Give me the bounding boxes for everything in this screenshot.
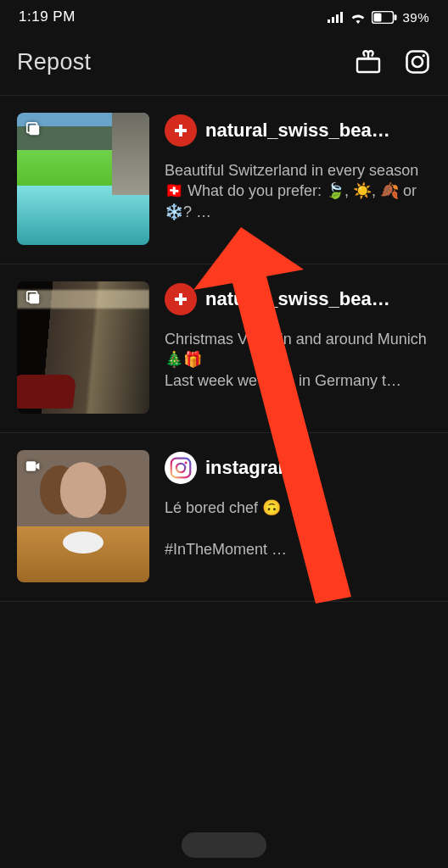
post-item[interactable]: natural_swiss_bea… Beautiful Switzerland… xyxy=(0,96,448,264)
avatar xyxy=(165,283,197,315)
post-meta: natural_swiss_bea… Beautiful Switzerland… xyxy=(165,113,433,245)
post-meta: natural_swiss_bea… Christmas Vibes in an… xyxy=(165,281,433,414)
signal-icon xyxy=(328,11,344,23)
post-caption: Lé bored chef 🙃 #InTheMoment … xyxy=(165,498,433,559)
svg-point-9 xyxy=(412,57,423,67)
svg-rect-6 xyxy=(374,13,382,21)
app-bar-actions xyxy=(355,48,431,75)
wifi-icon xyxy=(350,11,367,24)
svg-rect-8 xyxy=(407,52,428,73)
post-list: natural_swiss_bea… Beautiful Switzerland… xyxy=(0,95,448,602)
svg-rect-11 xyxy=(30,125,40,136)
status-indicators: 39% xyxy=(328,10,429,25)
svg-rect-14 xyxy=(175,129,187,132)
svg-rect-0 xyxy=(328,19,330,23)
svg-rect-18 xyxy=(175,298,187,301)
post-thumbnail[interactable] xyxy=(17,281,149,414)
post-item[interactable]: instagram Lé bored chef 🙃 #InTheMoment … xyxy=(0,433,448,602)
gift-icon xyxy=(356,50,381,74)
svg-rect-5 xyxy=(395,14,397,20)
status-bar: 1:19 PM 39% xyxy=(0,0,448,34)
battery-icon xyxy=(372,11,397,24)
app-bar: Repost xyxy=(0,34,448,95)
avatar xyxy=(165,452,197,484)
post-thumbnail[interactable] xyxy=(17,113,149,245)
post-caption: Christmas Vibes in and around Munich 🎄🎁 … xyxy=(165,329,433,391)
instagram-icon xyxy=(405,49,430,75)
svg-point-22 xyxy=(185,461,188,464)
svg-rect-15 xyxy=(30,294,40,304)
post-caption: Beautiful Switzerland in every season 🇨🇭… xyxy=(165,160,433,222)
carousel-icon xyxy=(25,290,41,305)
avatar xyxy=(165,114,197,147)
svg-rect-2 xyxy=(336,14,339,23)
battery-percent: 39% xyxy=(402,10,429,25)
instagram-button[interactable] xyxy=(404,48,431,75)
svg-rect-3 xyxy=(340,12,343,23)
post-meta: instagram Lé bored chef 🙃 #InTheMoment … xyxy=(165,450,433,582)
svg-rect-1 xyxy=(332,17,334,23)
username: natural_swiss_bea… xyxy=(205,120,390,142)
carousel-icon xyxy=(25,121,41,136)
post-user-row[interactable]: instagram xyxy=(165,452,433,484)
svg-rect-19 xyxy=(26,461,36,470)
username: instagram xyxy=(205,457,294,479)
post-thumbnail[interactable] xyxy=(17,450,149,582)
video-icon xyxy=(25,459,41,474)
status-time: 1:19 PM xyxy=(19,8,76,25)
post-user-row[interactable]: natural_swiss_bea… xyxy=(165,114,433,147)
post-user-row[interactable]: natural_swiss_bea… xyxy=(165,283,433,315)
post-item[interactable]: natural_swiss_bea… Christmas Vibes in an… xyxy=(0,264,448,433)
page-title: Repost xyxy=(17,49,91,75)
home-indicator[interactable] xyxy=(182,832,266,858)
svg-point-10 xyxy=(423,54,425,57)
svg-point-21 xyxy=(176,464,185,472)
gift-button[interactable] xyxy=(355,48,382,75)
svg-rect-20 xyxy=(171,459,191,478)
svg-rect-7 xyxy=(357,58,379,72)
username: natural_swiss_bea… xyxy=(205,288,390,310)
